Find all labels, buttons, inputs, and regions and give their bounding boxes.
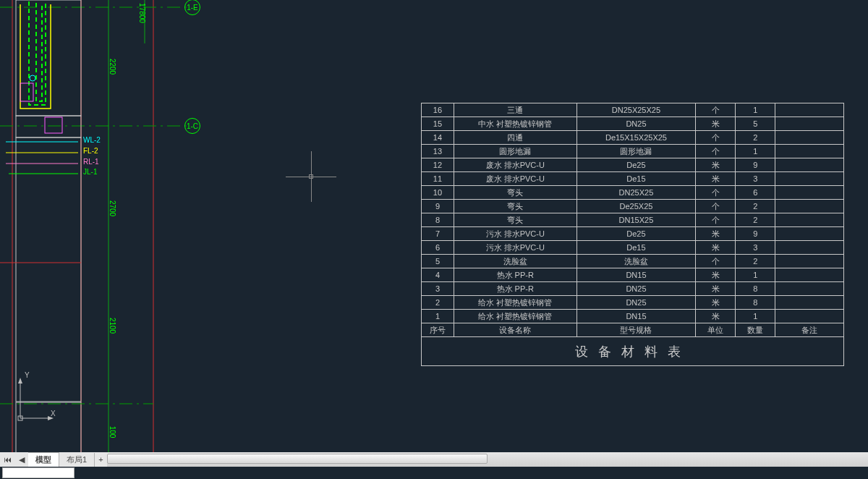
tab-nav-first[interactable]: ⏮ [0,455,15,464]
ucs-y-label: Y [25,371,30,379]
table-cell: 中水 衬塑热镀锌钢管 [454,117,576,131]
table-cell: 米 [696,310,736,323]
table-cell: 10 [422,186,454,200]
dim-2200: 2200 [109,59,116,75]
svg-rect-11 [20,83,33,101]
tab-add[interactable]: + [95,455,106,464]
table-row: 3热水 PP-RDN25米8 [422,282,844,296]
svg-point-13 [30,75,35,81]
table-cell: 5 [422,255,454,268]
section-marker-1e: 1-E [184,0,200,15]
svg-rect-8 [16,116,81,137]
table-cell: 13 [422,145,454,158]
table-cell [775,103,844,117]
table-cell [775,282,844,296]
table-cell: 给水 衬塑热镀锌钢管 [454,310,576,323]
table-cell: De25 [576,227,696,241]
table-cell: 11 [422,172,454,186]
table-cell [775,227,844,241]
table-row: 14四通De15X15X25X25个2 [422,131,844,145]
table-cell: 个 [696,103,736,117]
table-row: 12废水 排水PVC-UDe25米9 [422,158,844,172]
table-cell: DN25 [576,296,696,310]
table-cell [775,241,844,255]
table-row: 2给水 衬塑热镀锌钢管DN25米8 [422,296,844,310]
table-cell: De15 [576,172,696,186]
table-cell [775,200,844,213]
table-cell [775,145,844,158]
table-cell: 7 [422,227,454,241]
table-cell: 个 [696,131,736,145]
table-row: 10弯头DN25X25个6 [422,186,844,200]
table-cell: 污水 排水PVC-U [454,227,576,241]
table-cell: 洗脸盆 [454,255,576,268]
materials-table: 16三通DN25X25X25个115中水 衬塑热镀锌钢管DN25米514四通De… [421,103,844,366]
table-cell: 1 [422,310,454,323]
tab-model[interactable]: 模型 [28,452,59,467]
table-header-cell: 序号 [422,323,454,337]
table-cell: 1 [736,103,775,117]
table-cell [775,268,844,282]
table-cell [775,213,844,227]
table-cell: DN25X25X25 [576,103,696,117]
svg-rect-9 [16,137,81,402]
legend-rl1: RL-1 [83,158,99,166]
table-cell: 1 [736,268,775,282]
legend-fl2: FL-2 [83,147,98,155]
table-cell: De25 [576,158,696,172]
table-cell: DN15 [576,310,696,323]
table-row: 15中水 衬塑热镀锌钢管DN25米5 [422,117,844,131]
table-cell: 给水 衬塑热镀锌钢管 [454,296,576,310]
table-row: 4热水 PP-RDN15米1 [422,268,844,282]
table-cell: 2 [422,296,454,310]
table-row: 11废水 排水PVC-UDe15米3 [422,172,844,186]
table-cell: 6 [736,186,775,200]
table-cell: 3 [422,282,454,296]
table-cell: 米 [696,268,736,282]
table-cell: 14 [422,131,454,145]
table-cell: 16 [422,103,454,117]
table-cell [775,186,844,200]
table-cell [775,158,844,172]
table-cell: DN15 [576,268,696,282]
table-row: 16三通DN25X25X25个1 [422,103,844,117]
table-row: 9弯头De25X25个2 [422,200,844,213]
table-cell: 米 [696,227,736,241]
legend-jl1: JL-1 [83,168,97,176]
table-cell: 1 [736,145,775,158]
dim-17800: 17800 [138,3,146,23]
tab-nav-prev[interactable]: ◀ [15,455,28,465]
tab-layout1[interactable]: 布局1 [59,453,95,467]
command-line-input[interactable] [2,467,75,478]
table-row: 13圆形地漏圆形地漏个1 [422,145,844,158]
table-cell: 米 [696,241,736,255]
hscroll-bar[interactable] [107,452,868,467]
table-cell: 废水 排水PVC-U [454,172,576,186]
table-cell: 2 [736,200,775,213]
svg-rect-12 [45,117,62,133]
table-header-cell: 备注 [775,323,844,337]
table-cell [775,296,844,310]
table-cell: 热水 PP-R [454,268,576,282]
section-marker-1c: 1-C [184,118,200,134]
table-cell: 8 [736,296,775,310]
table-cell: 2 [736,255,775,268]
drawing-canvas[interactable]: 1-E 1-C 17800 2200 2700 2100 100 WL-2 FL… [0,0,868,452]
table-cell: 圆形地漏 [576,145,696,158]
table-cell: 8 [736,282,775,296]
table-cell: DN25 [576,117,696,131]
table-cell: 米 [696,296,736,310]
table-header-row: 序号设备名称型号规格单位数量备注 [422,323,844,337]
table-cell: 5 [736,117,775,131]
table-cell: 3 [736,172,775,186]
table-cell: 个 [696,200,736,213]
dim-2100: 2100 [109,318,116,334]
table-row: 8弯头DN15X25个2 [422,213,844,227]
table-header-cell: 设备名称 [454,323,576,337]
table-cell [775,117,844,131]
table-row: 6污水 排水PVC-UDe15米3 [422,241,844,255]
svg-rect-7 [16,0,81,116]
table-cell: 弯头 [454,213,576,227]
layout-tab-bar: ⏮ ◀ 模型 布局1 + [0,452,868,467]
table-cell [775,310,844,323]
